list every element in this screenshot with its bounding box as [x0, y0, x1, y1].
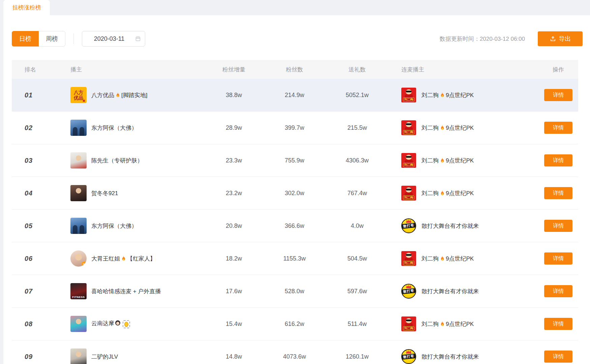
- cohost-avatar: 散打哥: [401, 284, 416, 299]
- streamer-avatar: [70, 152, 87, 169]
- header-fan-gain: 粉丝增量: [192, 66, 276, 73]
- cohost-avatar: 散打哥: [401, 218, 416, 233]
- fan-count-value: 366.6w: [276, 222, 313, 230]
- fire-emoji: [439, 321, 445, 327]
- toolbar-divider: [73, 33, 74, 44]
- cohost-avatar: 刘二狗: [401, 120, 416, 135]
- fan-count-value: 1155.3w: [276, 255, 313, 262]
- streamer-name: 云南达摩: [91, 320, 130, 329]
- update-time-label: 数据更新时间：: [440, 36, 480, 42]
- cohost-avatar: 刘二狗: [401, 153, 416, 168]
- cohost-name: 刘二狗9点世纪PK: [422, 157, 474, 164]
- gift-count-value: 767.4w: [313, 190, 401, 197]
- streamer-cell: 八方优品 八方优品[脚踏实地]: [70, 87, 192, 103]
- header-action: 操作: [538, 66, 578, 73]
- detail-button[interactable]: 详情: [544, 122, 572, 134]
- rank-number: 04: [25, 189, 33, 197]
- streamer-cell: 云南达摩: [70, 316, 192, 332]
- fan-count-value: 616.2w: [276, 321, 313, 328]
- rank-cell: 09: [12, 353, 70, 361]
- fan-count-value: 399.7w: [276, 124, 313, 131]
- streamer-cell: 东方阿保（大佛）: [70, 120, 192, 136]
- rank-number: 06: [25, 255, 33, 262]
- streamer-avatar: V: [70, 250, 87, 267]
- fan-gain-value: 38.8w: [192, 92, 276, 99]
- detail-button[interactable]: 详情: [544, 252, 572, 265]
- cohost-name: 刘二狗9点世纪PK: [422, 91, 474, 99]
- gift-count-value: 1260.1w: [313, 353, 401, 360]
- tab-title: 挂榜涨粉榜: [12, 4, 41, 11]
- gift-count-value: 4306.3w: [313, 157, 401, 164]
- fan-gain-value: 18.2w: [192, 255, 276, 262]
- table-row: 06 V 大胃王红姐【红家人】 18.2w 1155.3w 504.5w 刘二狗…: [12, 242, 578, 275]
- detail-button[interactable]: 详情: [544, 285, 572, 297]
- rank-cell: 01: [12, 91, 70, 99]
- weekly-rank-button[interactable]: 周榜: [39, 31, 65, 47]
- streamer-name: 大胃王红姐【红家人】: [91, 255, 156, 263]
- fan-gain-value: 28.9w: [192, 124, 276, 131]
- table-row: 09 二驴的JLV 14.8w 4073.6w 1260.1w 散打哥 散打大舞…: [12, 340, 578, 364]
- streamer-cell: FITNESS 喜哈哈情感连麦 + 户外直播: [70, 283, 192, 299]
- action-cell: 详情: [538, 187, 578, 199]
- streamer-avatar: [70, 316, 87, 332]
- cohost-avatar: 刘二狗: [401, 186, 416, 201]
- cohost-cell: 散打哥 散打大舞台有才你就来: [401, 284, 538, 299]
- streamer-avatar: 八方优品: [70, 87, 87, 103]
- streamer-cell: 陈先生（专研护肤）: [70, 152, 192, 169]
- detail-button[interactable]: 详情: [544, 351, 572, 363]
- cohost-avatar: 散打哥: [401, 349, 416, 364]
- rank-cell: 05: [12, 222, 70, 230]
- cohost-cell: 散打哥 散打大舞台有才你就来: [401, 218, 538, 233]
- action-cell: 详情: [538, 154, 578, 166]
- gift-count-value: 215.5w: [313, 124, 401, 131]
- fire-emoji: [439, 255, 445, 262]
- rank-cell: 03: [12, 157, 70, 164]
- detail-button[interactable]: 详情: [544, 318, 572, 330]
- cohost-name: 刘二狗9点世纪PK: [422, 124, 474, 132]
- rank-number: 09: [25, 353, 33, 360]
- cohost-cell: 散打哥 散打大舞台有才你就来: [401, 349, 538, 364]
- fan-gain-value: 15.4w: [192, 321, 276, 328]
- date-picker[interactable]: [82, 31, 145, 47]
- rank-cell: 02: [12, 124, 70, 132]
- fire-emoji: [115, 92, 121, 98]
- gift-count-value: 4.0w: [313, 222, 401, 230]
- fire-emoji: [120, 255, 127, 262]
- table-row: 02 东方阿保（大佛） 28.9w 399.7w 215.5w 刘二狗 刘二狗9…: [12, 112, 578, 144]
- rank-number: 07: [25, 287, 33, 295]
- action-cell: 详情: [538, 220, 578, 232]
- export-button[interactable]: 导出: [538, 31, 583, 46]
- cohost-name: 刘二狗9点世纪PK: [422, 320, 474, 328]
- rank-number: 01: [25, 91, 33, 99]
- detail-button[interactable]: 详情: [544, 154, 572, 166]
- cohost-cell: 刘二狗 刘二狗9点世纪PK: [401, 88, 538, 102]
- streamer-cell: V 大胃王红姐【红家人】: [70, 250, 192, 267]
- cohost-cell: 刘二狗 刘二狗9点世纪PK: [401, 316, 538, 331]
- calendar-icon[interactable]: [135, 36, 141, 42]
- update-time-value: 2020-03-12 06:00: [480, 36, 525, 42]
- tab-fan-growth-ranking[interactable]: 挂榜涨粉榜: [3, 0, 50, 15]
- content-card: 日榜 周榜 数据更新时间：2020-03-12 06:00: [3, 15, 590, 364]
- fan-count-value: 528.0w: [276, 288, 313, 295]
- cohost-avatar: 刘二狗: [401, 251, 416, 266]
- table-row: 04 贺冬冬921 23.2w 302.0w 767.4w 刘二狗 刘二狗9点世…: [12, 177, 578, 210]
- rank-cell: 06: [12, 255, 70, 263]
- cohost-cell: 刘二狗 刘二狗9点世纪PK: [401, 153, 538, 168]
- header-streamer: 播主: [70, 66, 192, 73]
- action-cell: 详情: [538, 89, 578, 101]
- streamer-cell: 贺冬冬921: [70, 185, 192, 201]
- header-cohost: 连麦播主: [401, 66, 538, 73]
- daily-rank-button[interactable]: 日榜: [12, 31, 39, 47]
- detail-button[interactable]: 详情: [544, 220, 572, 232]
- fan-gain-value: 23.3w: [192, 157, 276, 164]
- data-update-time: 数据更新时间：2020-03-12 06:00: [440, 35, 525, 43]
- gift-count-value: 5052.1w: [313, 92, 401, 99]
- detail-button[interactable]: 详情: [544, 187, 572, 199]
- fire-emoji: [439, 190, 445, 196]
- action-cell: 详情: [538, 252, 578, 265]
- detail-button[interactable]: 详情: [544, 89, 572, 101]
- action-cell: 详情: [538, 351, 578, 363]
- fan-gain-value: 20.8w: [192, 222, 276, 230]
- rank-cell: 04: [12, 189, 70, 197]
- cohost-name: 刘二狗9点世纪PK: [422, 189, 474, 197]
